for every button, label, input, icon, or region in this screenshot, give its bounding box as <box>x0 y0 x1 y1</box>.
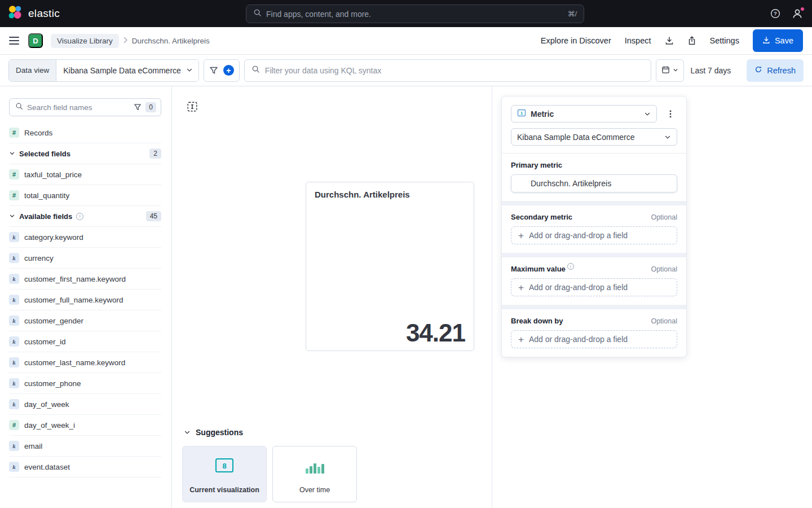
field-list-item[interactable]: kcustomer_full_name.keyword <box>9 290 161 310</box>
date-quick-select[interactable] <box>656 59 684 82</box>
keyword-field-icon: k <box>9 378 19 388</box>
field-list-item[interactable]: kcustomer_phone <box>9 373 161 394</box>
search-icon <box>251 65 260 76</box>
chevron-right-icon <box>123 36 128 46</box>
elastic-home-link[interactable]: elastic <box>8 5 60 22</box>
dimension-group-header: Maximum valueiOptional <box>511 265 677 273</box>
main-content: 0 # Records Selected fields 2 #taxful_to… <box>0 86 812 508</box>
space-avatar[interactable]: D <box>28 33 43 48</box>
dimension-groups: Primary metricDurchschn. ArtikelpreisSec… <box>502 154 686 357</box>
notification-dot <box>800 7 805 11</box>
selected-fields-title: Selected fields <box>19 150 70 158</box>
number-field-icon: # <box>9 169 19 179</box>
share-icon[interactable] <box>687 36 696 45</box>
elastic-logo <box>8 5 23 22</box>
metric-visualization[interactable]: Durchschn. Artikelpreis 34.21 <box>306 182 474 351</box>
available-fields-title: Available fields <box>19 212 72 221</box>
layer-data-view-select[interactable]: Kibana Sample Data eCommerce <box>511 128 677 146</box>
add-field-label: Add or drag-and-drop a field <box>529 283 628 292</box>
kql-search-bar[interactable] <box>244 59 651 82</box>
dimension-button[interactable]: Durchschn. Artikelpreis <box>511 174 677 192</box>
dimension-group-primary-metric: Primary metricDurchschn. Artikelpreis <box>502 154 686 201</box>
chart-type-select[interactable]: 1 Metric <box>511 105 657 122</box>
breadcrumb: Visualize Library Durchschn. Artikelprei… <box>51 34 210 48</box>
keyword-field-icon: k <box>9 316 19 326</box>
chevron-down-icon <box>186 66 193 75</box>
field-list-item-records[interactable]: # Records <box>9 122 161 143</box>
explore-in-discover-button[interactable]: Explore in Discover <box>541 36 611 45</box>
chevron-down-icon[interactable] <box>184 429 191 436</box>
keyword-field-icon: k <box>9 357 19 367</box>
field-name: customer_first_name.keyword <box>24 274 126 284</box>
search-shortcut-hint: ⌘/ <box>567 10 577 18</box>
refresh-icon <box>754 65 762 75</box>
layer-actions-kebab-icon[interactable] <box>664 107 677 121</box>
field-list-item[interactable]: #total_quantity <box>9 185 161 206</box>
layer-settings-panel: 1 Metric Kibana Sampl <box>501 96 687 357</box>
metric-chart-type-icon: 1 <box>517 108 526 119</box>
data-view-select[interactable]: Kibana Sample Data eCommerce <box>56 60 198 81</box>
plus-icon: + <box>518 335 524 344</box>
filter-funnel-icon[interactable] <box>209 66 218 75</box>
field-list-item[interactable]: kcustomer_last_name.keyword <box>9 352 161 373</box>
global-search[interactable]: ⌘/ <box>246 5 584 23</box>
kql-input[interactable] <box>265 66 644 75</box>
add-field-button[interactable]: +Add or drag-and-drop a field <box>511 330 677 348</box>
breadcrumb-visualize-library[interactable]: Visualize Library <box>51 34 119 48</box>
chevron-down-icon <box>9 211 15 221</box>
available-fields-header[interactable]: Available fields i 45 <box>9 206 161 227</box>
optional-label: Optional <box>651 265 677 273</box>
user-notifications-button[interactable] <box>792 8 803 19</box>
chevron-down-icon <box>673 66 678 75</box>
inspect-button[interactable]: Inspect <box>625 36 651 45</box>
field-list-item[interactable]: kcustomer_gender <box>9 310 161 331</box>
optional-label: Optional <box>651 213 677 221</box>
svg-text:1: 1 <box>520 111 523 116</box>
field-list-item[interactable]: kcustomer_first_name.keyword <box>9 269 161 290</box>
add-filter-icon[interactable]: + <box>223 65 234 76</box>
time-range-button[interactable]: Last 7 days <box>684 66 738 75</box>
global-search-input[interactable] <box>266 10 563 19</box>
save-button[interactable]: Save <box>753 29 803 52</box>
field-list-item[interactable]: kevent.dataset <box>9 457 161 478</box>
suggestion-over-time[interactable]: Over time <box>272 446 357 502</box>
download-icon[interactable] <box>665 36 674 45</box>
help-button[interactable]: ? <box>770 8 780 19</box>
field-list-item[interactable]: kemail <box>9 436 161 457</box>
suggestions-list: 8 Current visualization Over time <box>182 446 357 502</box>
field-filter-count-badge: 0 <box>145 102 156 112</box>
chevron-down-icon <box>644 111 651 117</box>
field-filter-funnel-icon[interactable] <box>134 103 142 111</box>
field-list-item[interactable]: kcurrency <box>9 248 161 269</box>
field-list-item[interactable]: kcategory.keyword <box>9 227 161 248</box>
metric-number-icon: 8 <box>183 458 266 475</box>
settings-button[interactable]: Settings <box>710 36 739 45</box>
field-name: currency <box>24 253 54 263</box>
suggestion-label: Over time <box>273 486 356 494</box>
field-list-item[interactable]: kcustomer_id <box>9 331 161 352</box>
data-view-picker: Data view Kibana Sample Data eCommerce <box>8 59 199 82</box>
add-field-button[interactable]: +Add or drag-and-drop a field <box>511 226 677 244</box>
refresh-button-label: Refresh <box>767 66 796 75</box>
filter-controls: + <box>204 59 240 82</box>
keyword-field-icon: k <box>9 274 19 284</box>
workspace-frame-icon[interactable] <box>183 98 201 116</box>
brand-name: elastic <box>28 7 60 20</box>
field-list-item[interactable]: #taxful_total_price <box>9 164 161 185</box>
selected-fields-header[interactable]: Selected fields 2 <box>9 143 161 164</box>
field-search-box[interactable]: 0 <box>9 98 161 116</box>
data-view-value: Kibana Sample Data eCommerce <box>63 66 181 75</box>
field-list-item[interactable]: #day_of_week_i <box>9 415 161 436</box>
field-name: total_quantity <box>24 191 69 200</box>
svg-text:8: 8 <box>222 462 226 470</box>
add-field-button[interactable]: +Add or drag-and-drop a field <box>511 278 677 296</box>
field-search-input[interactable] <box>27 103 130 112</box>
keyword-field-icon: k <box>9 399 19 409</box>
refresh-button[interactable]: Refresh <box>747 59 804 82</box>
menu-toggle-icon[interactable] <box>9 36 20 45</box>
field-list-item[interactable]: kday_of_week <box>9 394 161 415</box>
suggestion-current-visualization[interactable]: 8 Current visualization <box>182 446 267 502</box>
optional-label: Optional <box>651 317 677 325</box>
info-icon[interactable]: i <box>567 263 574 270</box>
info-icon[interactable]: i <box>76 213 83 220</box>
